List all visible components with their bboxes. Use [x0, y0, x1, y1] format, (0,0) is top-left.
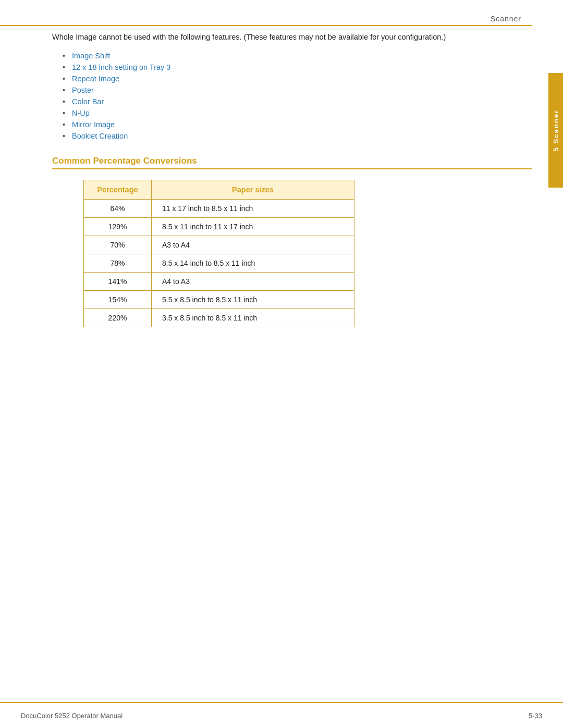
section-heading: Common Percentage Conversions	[52, 156, 532, 166]
side-tab: 5 Scanner	[548, 73, 563, 188]
main-content: Whole Image cannot be used with the foll…	[52, 31, 532, 697]
table-row: 64%11 x 17 inch to 8.5 x 11 inch	[84, 200, 354, 218]
conversion-table: Percentage Paper sizes 64%11 x 17 inch t…	[83, 180, 354, 327]
paper-size-cell: 11 x 17 inch to 8.5 x 11 inch	[152, 200, 354, 218]
table-row: 141%A4 to A3	[84, 273, 354, 291]
list-item: Mirror Image	[63, 120, 532, 129]
percentage-cell: 129%	[84, 218, 152, 236]
side-tab-text: 5 Scanner	[552, 109, 560, 151]
section-divider	[52, 168, 532, 169]
footer: DocuColor 5252 Operator Manual 5-33	[0, 702, 563, 728]
top-divider	[0, 25, 532, 26]
feature-list: Image Shift12 x 18 inch setting on Tray …	[63, 52, 532, 140]
table-row: 129%8.5 x 11 inch to 11 x 17 inch	[84, 218, 354, 236]
paper-size-cell: 8.5 x 11 inch to 11 x 17 inch	[152, 218, 354, 236]
list-item: 12 x 18 inch setting on Tray 3	[63, 63, 532, 71]
table-row: 154%5.5 x 8.5 inch to 8.5 x 11 inch	[84, 291, 354, 309]
paper-size-cell: 3.5 x 8.5 inch to 8.5 x 11 inch	[152, 309, 354, 327]
percentage-cell: 141%	[84, 273, 152, 291]
paper-size-cell: 5.5 x 8.5 inch to 8.5 x 11 inch	[152, 291, 354, 309]
list-item: Poster	[63, 86, 532, 94]
list-item: N-Up	[63, 109, 532, 117]
paper-size-cell: A3 to A4	[152, 236, 354, 254]
table-row: 70%A3 to A4	[84, 236, 354, 254]
intro-paragraph: Whole Image cannot be used with the foll…	[52, 31, 532, 43]
table-row: 78%8.5 x 14 inch to 8.5 x 11 inch	[84, 254, 354, 273]
percentage-cell: 220%	[84, 309, 152, 327]
table-row: 220%3.5 x 8.5 inch to 8.5 x 11 inch	[84, 309, 354, 327]
paper-size-cell: 8.5 x 14 inch to 8.5 x 11 inch	[152, 254, 354, 273]
footer-left: DocuColor 5252 Operator Manual	[21, 712, 123, 720]
col-papersize-header: Paper sizes	[152, 180, 354, 200]
list-item: Repeat Image	[63, 75, 532, 83]
header-label: Scanner	[491, 15, 521, 23]
list-item: Color Bar	[63, 97, 532, 106]
list-item: Image Shift	[63, 52, 532, 60]
footer-right: 5-33	[529, 712, 542, 720]
col-percentage-header: Percentage	[84, 180, 152, 200]
list-item: Booklet Creation	[63, 132, 532, 140]
percentage-cell: 154%	[84, 291, 152, 309]
percentage-cell: 70%	[84, 236, 152, 254]
percentage-cell: 64%	[84, 200, 152, 218]
paper-size-cell: A4 to A3	[152, 273, 354, 291]
percentage-cell: 78%	[84, 254, 152, 273]
